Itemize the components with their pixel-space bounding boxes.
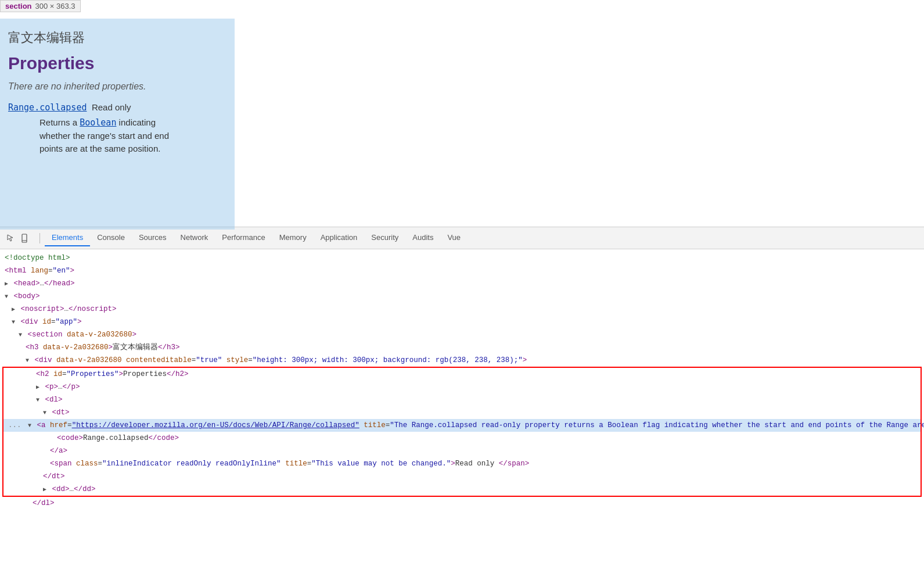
code-line-8: <h3 data-v-2a032680>富文本编辑器</h3> — [0, 341, 924, 354]
code-line-6: ▼ <div id="app"> — [0, 316, 924, 328]
code-line-16: </a> — [3, 445, 921, 457]
page-heading-english: Properties — [8, 53, 226, 73]
svg-rect-0 — [22, 234, 27, 242]
boolean-link[interactable]: Boolean — [80, 117, 116, 128]
devtools-tab-elements[interactable]: Elements — [45, 230, 90, 246]
page-property-line: Range.collapsed Read only — [8, 102, 226, 113]
devtools-icons — [5, 232, 30, 244]
devtools-tab-network[interactable]: Network — [174, 230, 215, 246]
code-line-17: <span class="inlineIndicator readOnly re… — [3, 457, 921, 470]
device-icon[interactable] — [19, 232, 30, 244]
devtools-tabs-bar: Elements Console Sources Network Perform… — [0, 227, 924, 249]
code-line-9: ▼ <div data-v-2a032680 contenteditable="… — [0, 354, 924, 367]
page-section: 富文本编辑器 Properties There are no inherited… — [0, 19, 235, 230]
desc-returns: Returns a — [39, 117, 77, 127]
code-line-18: </dt> — [3, 470, 921, 483]
code-line-12: ▼ <dl> — [3, 393, 921, 406]
code-line-5: ▶ <noscript>…</noscript> — [0, 303, 924, 316]
devtools-tab-memory[interactable]: Memory — [272, 230, 314, 246]
desc-line3: whether the range's start and end — [39, 131, 169, 141]
desc-indicating: indicating — [119, 117, 156, 127]
property-link[interactable]: Range.collapsed — [8, 102, 87, 113]
devtools-tab-application[interactable]: Application — [314, 230, 365, 246]
code-line-7: ▼ <section data-v-2a032680> — [0, 328, 924, 341]
code-line-2: <html lang="en"> — [0, 264, 924, 277]
page-description: Returns a Boolean indicating whether the… — [39, 116, 226, 156]
devtools-tab-performance[interactable]: Performance — [215, 230, 272, 246]
page-heading-chinese: 富文本编辑器 — [8, 29, 226, 46]
element-tooltip: section 300 × 363.3 — [0, 0, 81, 12]
devtools-tab-vue[interactable]: Vue — [440, 230, 468, 246]
code-line-19: ▶ <dd>…</dd> — [3, 483, 921, 496]
code-line-4: ▼ <body> — [0, 290, 924, 303]
devtools-tab-console[interactable]: Console — [90, 230, 132, 246]
selected-region: <h2 id="Properties">Properties</h2> ▶ <p… — [2, 367, 922, 497]
code-line-20: </dl> — [0, 497, 924, 510]
desc-line4: points are at the same position. — [39, 144, 160, 153]
code-line-3: ▶ <head>…</head> — [0, 277, 924, 290]
page-italic-text: There are no inherited properties. — [8, 81, 226, 92]
devtools-tab-sources[interactable]: Sources — [132, 230, 174, 246]
devtools-tab-audits[interactable]: Audits — [405, 230, 440, 246]
browser-page: 富文本编辑器 Properties There are no inherited… — [0, 0, 924, 227]
inspect-icon[interactable] — [5, 232, 16, 244]
code-line-13: ▼ <dt> — [3, 406, 921, 419]
code-line-11: ▶ <p>…</p> — [3, 381, 921, 393]
tab-separator — [39, 233, 40, 243]
code-line-1: <!doctype html> — [0, 252, 924, 264]
tooltip-size: 300 × 363.3 — [35, 2, 75, 10]
code-line-14: ... ▼ <a href="https://developer.mozilla… — [3, 419, 921, 432]
code-line-10: <h2 id="Properties">Properties</h2> — [3, 368, 921, 381]
devtools-code-panel[interactable]: <!doctype html> <html lang="en"> ▶ <head… — [0, 249, 924, 566]
tooltip-tag: section — [5, 2, 32, 10]
read-only-label: Read only — [92, 102, 131, 112]
devtools-panel: Elements Console Sources Network Perform… — [0, 227, 924, 566]
devtools-tab-security[interactable]: Security — [364, 230, 405, 246]
code-line-15: <code>Range.collapsed</code> — [3, 432, 921, 445]
